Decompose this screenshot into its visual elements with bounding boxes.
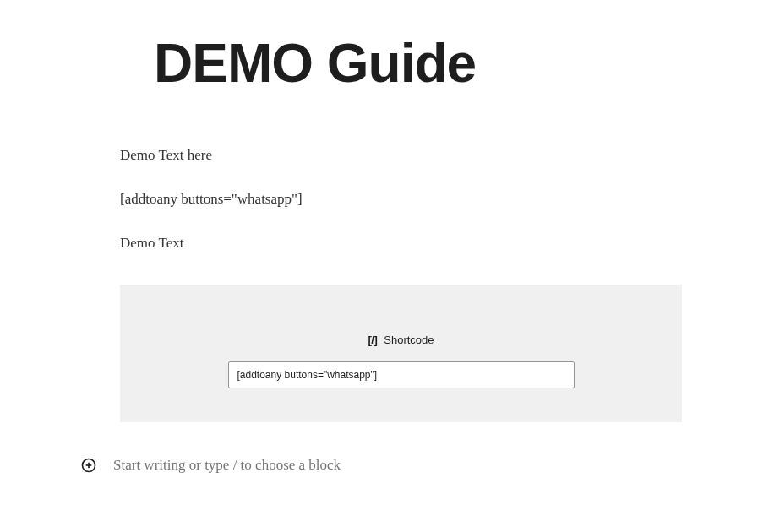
- paragraph-block[interactable]: [addtoany buttons="whatsapp"]: [120, 189, 682, 209]
- paragraph-block[interactable]: Demo Text here: [120, 145, 682, 166]
- appender-input[interactable]: [113, 457, 682, 474]
- editor-content-area: DEMO Guide Demo Text here [addtoany butt…: [0, 0, 758, 475]
- shortcode-header: [/] Shortcode: [171, 334, 631, 346]
- add-block-button[interactable]: [79, 456, 98, 475]
- page-title[interactable]: DEMO Guide: [154, 32, 682, 95]
- paragraph-block[interactable]: Demo Text: [120, 233, 682, 253]
- plus-circle-icon: [80, 457, 97, 474]
- block-appender: [79, 456, 682, 475]
- shortcode-label: Shortcode: [384, 334, 434, 346]
- shortcode-input[interactable]: [228, 361, 575, 388]
- shortcode-icon: [/]: [368, 334, 377, 346]
- shortcode-block[interactable]: [/] Shortcode: [120, 285, 682, 422]
